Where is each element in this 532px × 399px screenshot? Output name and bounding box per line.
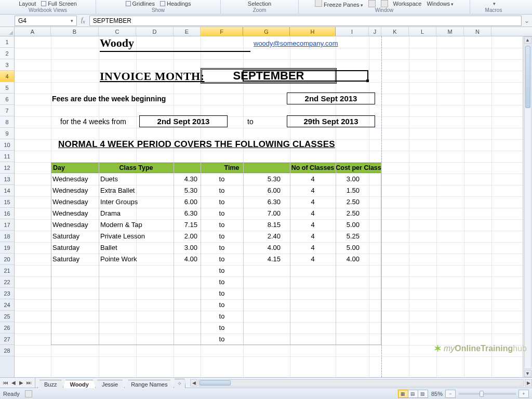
row-header-13[interactable]: 13 — [0, 174, 14, 185]
column-header-E[interactable]: E — [174, 27, 201, 36]
hscroll-left-button[interactable]: ◀ — [190, 379, 197, 387]
scroll-up-button[interactable]: ▲ — [524, 36, 531, 44]
range-to-date: 29th Sept 2013 — [287, 115, 375, 127]
horizontal-scrollbar[interactable] — [198, 379, 524, 387]
select-all-corner[interactable] — [0, 27, 15, 36]
grid: 1234567891011121314151617181920212223242… — [0, 36, 532, 377]
name-box-value: G4 — [18, 17, 26, 24]
view-page-break-button[interactable]: ▧ — [418, 390, 428, 398]
column-header-L[interactable]: L — [409, 27, 436, 36]
row-header-25[interactable]: 25 — [0, 311, 14, 322]
new-sheet-button[interactable]: ✧ — [174, 379, 185, 388]
row-header-10[interactable]: 10 — [0, 139, 14, 151]
window-hide-icon[interactable] — [381, 0, 388, 7]
zoom-thumb[interactable] — [480, 391, 484, 397]
column-header-F[interactable]: F — [201, 27, 243, 36]
sheet-tab-buzz[interactable]: Buzz — [37, 380, 63, 388]
column-header-J[interactable]: J — [369, 27, 381, 36]
fullscreen-checkbox[interactable] — [41, 1, 46, 6]
row-header-28[interactable]: 28 — [0, 345, 14, 356]
row-header-15[interactable]: 15 — [0, 196, 14, 208]
row-header-20[interactable]: 20 — [0, 254, 14, 265]
view-normal-button[interactable]: ▦ — [398, 390, 408, 398]
row-header-21[interactable]: 21 — [0, 265, 14, 276]
window-split-icon[interactable] — [368, 0, 376, 7]
tab-prev-icon[interactable]: ◀ — [10, 380, 17, 385]
row-header-14[interactable]: 14 — [0, 185, 14, 196]
formula-bar[interactable]: SEPTEMBER — [89, 16, 522, 26]
headings-checkbox[interactable] — [160, 1, 165, 6]
group-zoom: Zoom — [253, 7, 267, 14]
row-header-6[interactable]: 6 — [0, 94, 14, 105]
row-headers: 1234567891011121314151617181920212223242… — [0, 36, 15, 377]
name-box-dropdown-icon[interactable]: ▾ — [71, 18, 73, 23]
name-box[interactable]: G4 ▾ — [15, 16, 77, 26]
formula-bar-expand-icon[interactable]: ⌄ — [522, 17, 532, 24]
column-header-K[interactable]: K — [381, 27, 409, 36]
row-header-17[interactable]: 17 — [0, 219, 14, 231]
tab-last-icon[interactable]: ⏭ — [25, 380, 33, 385]
tab-first-icon[interactable]: ⏮ — [2, 380, 9, 385]
row-header-26[interactable]: 26 — [0, 322, 14, 334]
email-link[interactable]: woody@somecompany.com — [254, 39, 338, 47]
switch-windows-button[interactable]: Windows — [427, 1, 450, 7]
row-header-12[interactable]: 12 — [0, 162, 14, 174]
gridlines-checkbox[interactable] — [126, 1, 131, 6]
group-macros: Macros — [485, 7, 502, 14]
sheet-tab-woody[interactable]: Woody — [63, 380, 95, 388]
cells-area[interactable]: Woodywoody@somecompany.comINVOICE MONTH:… — [15, 36, 523, 377]
freeze-panes-button[interactable]: Freeze Panes — [324, 2, 359, 8]
column-header-C[interactable]: C — [99, 27, 136, 36]
layout-button[interactable]: Layout — [19, 1, 36, 7]
column-header-H[interactable]: H — [290, 27, 336, 36]
row-header-24[interactable]: 24 — [0, 299, 14, 311]
row-header-27[interactable]: 27 — [0, 334, 14, 345]
column-header-A[interactable]: A — [15, 27, 51, 36]
row-header-4[interactable]: 4 — [0, 71, 14, 82]
row-header-23[interactable]: 23 — [0, 288, 14, 299]
row-header-18[interactable]: 18 — [0, 231, 14, 242]
row-header-1[interactable]: 1 — [0, 36, 14, 48]
hscroll-right-button[interactable]: ▶ — [525, 379, 532, 387]
row-header-11[interactable]: 11 — [0, 151, 14, 162]
column-header-N[interactable]: N — [464, 27, 491, 36]
sheet-tab-range-names[interactable]: Range Names — [124, 380, 174, 388]
column-headers: ABCDEFGHIJKLMN — [0, 27, 532, 36]
fees-due-date: 2nd Sept 2013 — [287, 92, 375, 104]
zoom-out-button[interactable]: − — [445, 390, 456, 398]
row-header-16[interactable]: 16 — [0, 208, 14, 219]
tab-next-icon[interactable]: ▶ — [18, 380, 25, 385]
column-header-I[interactable]: I — [336, 27, 369, 36]
row-header-2[interactable]: 2 — [0, 48, 14, 59]
macro-record-icon[interactable] — [25, 390, 32, 397]
column-header-D[interactable]: D — [136, 27, 174, 36]
row-header-5[interactable]: 5 — [0, 82, 14, 94]
zoom-level[interactable]: 85% — [431, 391, 443, 397]
row-header-19[interactable]: 19 — [0, 242, 14, 254]
scroll-down-button[interactable]: ▼ — [524, 370, 531, 377]
row-header-9[interactable]: 9 — [0, 128, 14, 139]
column-header-B[interactable]: B — [51, 27, 99, 36]
range-from-date: 2nd Sept 2013 — [139, 115, 228, 127]
save-workspace-button[interactable]: Workspace — [393, 1, 422, 7]
fx-icon[interactable]: fx — [81, 16, 85, 24]
zoom-selection-button[interactable]: Selection — [248, 1, 271, 7]
hscroll-thumb[interactable] — [200, 380, 231, 385]
column-header-G[interactable]: G — [243, 27, 290, 36]
row-header-8[interactable]: 8 — [0, 116, 14, 128]
zoom-in-button[interactable]: + — [518, 390, 529, 398]
row-header-22[interactable]: 22 — [0, 276, 14, 288]
vertical-scrollbar[interactable]: ▲ ▼ — [523, 36, 532, 377]
fullscreen-label: Full Screen — [48, 1, 77, 7]
zoom-slider[interactable] — [459, 393, 516, 395]
fees-due-label: Fees are due the week beginning — [52, 95, 166, 103]
sheet-tab-jessie[interactable]: Jessie — [95, 380, 125, 388]
vscroll-thumb[interactable] — [525, 46, 530, 108]
row-header-7[interactable]: 7 — [0, 105, 14, 116]
row-header-3[interactable]: 3 — [0, 59, 14, 71]
view-page-layout-button[interactable]: ▤ — [408, 390, 418, 398]
ribbon: Layout Full Screen Workbook Views Gridli… — [0, 0, 532, 15]
column-header-M[interactable]: M — [436, 27, 464, 36]
invoice-month-value: SEPTEMBER — [201, 68, 369, 84]
freeze-panes-icon — [315, 0, 322, 7]
